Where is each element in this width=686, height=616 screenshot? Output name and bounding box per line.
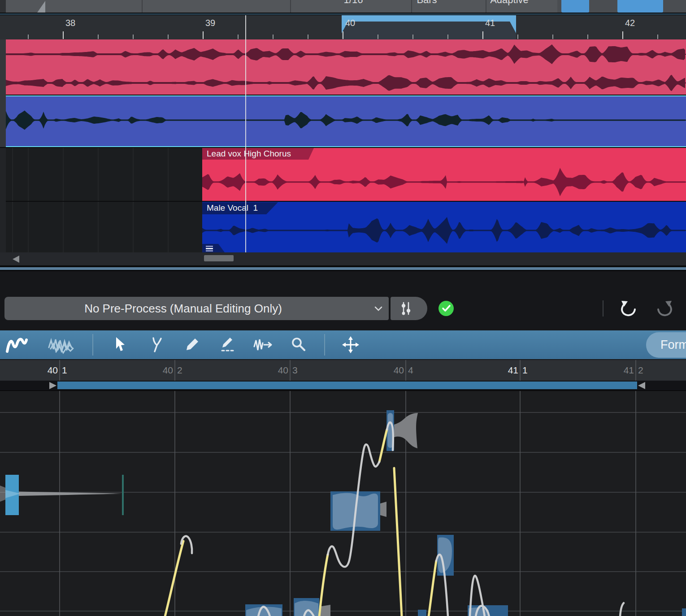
track2-waveform xyxy=(6,96,686,146)
beat-gridline xyxy=(174,360,175,381)
beat-tick-label: 41 xyxy=(493,365,518,376)
tool-line-pencil[interactable] xyxy=(218,336,238,354)
tool-pencil[interactable] xyxy=(183,336,201,354)
app-root: 1/16 Bars Adaptive 3839404142 xyxy=(0,0,686,616)
chevron-down-icon xyxy=(374,306,382,311)
beat-tick-label: 40 xyxy=(379,365,404,376)
arrange-ruler[interactable]: 3839404142 xyxy=(0,15,686,39)
top-toolbar: 1/16 Bars Adaptive xyxy=(0,0,686,13)
clip-name-banner[interactable]: Male Vocal 1 xyxy=(202,202,278,214)
move-arrows-icon xyxy=(342,336,360,354)
cursor-arrow-icon xyxy=(111,336,127,354)
clip-stereo-pink[interactable] xyxy=(6,39,686,95)
melodyne-logo-icon[interactable] xyxy=(4,333,30,356)
beat-tick-label: 41 xyxy=(609,365,634,376)
beat-gridline xyxy=(520,360,521,381)
beat-gridline xyxy=(405,360,406,381)
pitch-curve-original xyxy=(620,603,624,616)
undo-button[interactable] xyxy=(619,299,638,318)
track1-waveform xyxy=(6,39,686,95)
pitch-curves xyxy=(165,422,624,616)
track3-row: Lead vox High Chorus xyxy=(6,148,686,201)
pitch-editor[interactable] xyxy=(0,390,686,616)
clip-male-vocal-1[interactable]: Male Vocal 1 xyxy=(202,202,686,252)
arrange-scrollbar xyxy=(0,252,686,265)
waveform-scribble-icon[interactable] xyxy=(45,335,77,355)
snap-mode-value[interactable]: Adaptive xyxy=(490,0,529,6)
range-end-marker[interactable] xyxy=(638,382,645,389)
beat-gridline xyxy=(635,360,636,381)
beat-tick-label: 4 xyxy=(408,365,413,376)
grip-line xyxy=(206,248,213,249)
formant-button-label: Form xyxy=(660,338,686,352)
toolbar-blue-button-1[interactable] xyxy=(561,0,589,13)
quantize-value[interactable]: 1/16 xyxy=(344,0,363,6)
note-blobs xyxy=(0,410,686,616)
track4-row: Male Vocal 1 xyxy=(6,202,686,252)
pitch-editor-canvas xyxy=(0,391,686,616)
beat-ruler[interactable]: 401402403404411412 xyxy=(0,360,686,381)
ruler-bar-label: 40 xyxy=(345,18,355,28)
range-start-marker[interactable] xyxy=(49,382,56,389)
note-blob[interactable] xyxy=(418,610,426,616)
beat-gridline xyxy=(59,360,60,381)
toolbar-separator xyxy=(603,300,604,317)
ruler-bar-label: 39 xyxy=(205,18,215,28)
toolbar-blue-button-2[interactable] xyxy=(617,0,663,13)
playhead[interactable] xyxy=(245,15,246,252)
ruler-bar-label: 38 xyxy=(65,18,75,28)
scrollbar-thumb[interactable] xyxy=(204,255,234,261)
pitch-curve-edited xyxy=(379,429,387,462)
tool-move[interactable] xyxy=(341,336,360,354)
note-separator-marker[interactable] xyxy=(122,475,124,515)
pitch-fork-icon xyxy=(148,336,165,353)
blob-tail xyxy=(380,502,386,517)
beat-tick-label: 40 xyxy=(33,365,58,376)
sliders-icon xyxy=(398,299,416,317)
range-scroll-thumb[interactable] xyxy=(57,382,637,389)
toolbar-left-gutter xyxy=(0,0,6,13)
grip-line xyxy=(206,250,213,252)
pencil-icon xyxy=(183,336,200,353)
vibrato-wave-arrow-icon xyxy=(252,336,274,354)
melodyne-toolbar: Form xyxy=(0,330,686,359)
clip-name-banner[interactable]: Lead vox High Chorus xyxy=(202,148,314,160)
track4-waveform xyxy=(202,202,686,252)
pencil-dashed-icon xyxy=(218,336,237,353)
arrange-ruler-numbers: 3839404142 xyxy=(0,15,686,39)
clip-label: Male Vocal 1 xyxy=(207,203,258,213)
beat-tick-label: 1 xyxy=(522,365,528,376)
preprocess-status-badge xyxy=(439,301,454,316)
redo-button[interactable] xyxy=(655,299,674,318)
grip-line xyxy=(206,246,213,247)
tool-pitch[interactable] xyxy=(148,336,166,354)
tool-zoom[interactable] xyxy=(289,336,308,354)
note-inner xyxy=(295,601,318,616)
scroll-left-arrow-icon[interactable] xyxy=(13,256,19,263)
tool-vibrato[interactable] xyxy=(251,336,274,354)
note-blob[interactable] xyxy=(682,608,686,616)
tool-arrow[interactable] xyxy=(110,336,128,354)
beat-tick-label: 3 xyxy=(292,365,298,376)
magnifier-icon xyxy=(290,336,308,354)
preprocess-value: No Pre-Process (Manual Editing Only) xyxy=(4,302,362,316)
track-gutter-lower xyxy=(0,148,6,252)
preprocess-dropdown[interactable]: No Pre-Process (Manual Editing Only) xyxy=(4,297,389,320)
pitch-curve-edited xyxy=(394,468,402,616)
beat-tick-label: 2 xyxy=(177,365,182,376)
grid-triangle-icon[interactable] xyxy=(37,1,45,13)
beat-tick-label: 2 xyxy=(638,365,643,376)
pitch-curve-edited xyxy=(429,561,436,616)
beat-tick-label: 1 xyxy=(62,365,67,376)
tool-separator xyxy=(92,334,93,356)
timebase-value[interactable]: Bars xyxy=(417,0,437,6)
ruler-bar-label: 41 xyxy=(485,18,495,28)
undo-icon xyxy=(620,299,638,317)
check-icon xyxy=(439,301,454,316)
clip-blue-selected[interactable] xyxy=(6,95,686,147)
clip-lead-vox-high-chorus[interactable]: Lead vox High Chorus xyxy=(202,148,686,201)
preprocess-settings-button[interactable] xyxy=(391,297,427,320)
clip-label: Lead vox High Chorus xyxy=(207,149,291,159)
beat-tick-label: 40 xyxy=(263,365,288,376)
formant-button[interactable]: Form xyxy=(646,332,686,358)
